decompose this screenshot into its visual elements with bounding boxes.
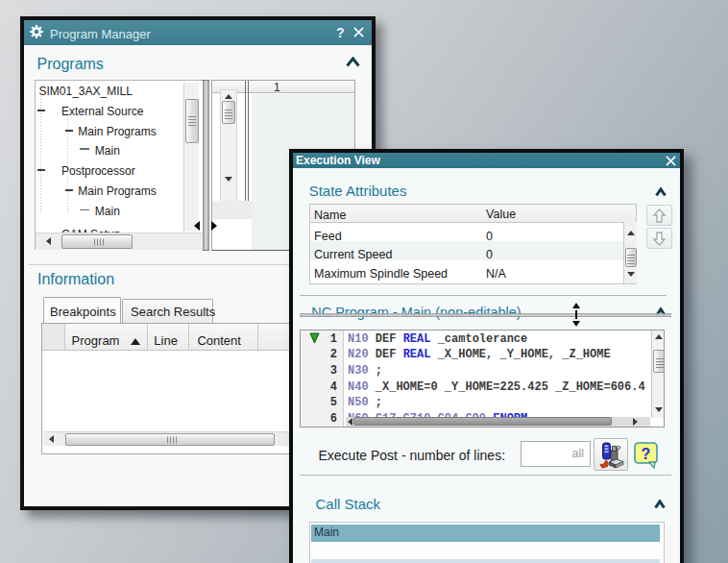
svg-text:?: ?: [642, 446, 651, 462]
